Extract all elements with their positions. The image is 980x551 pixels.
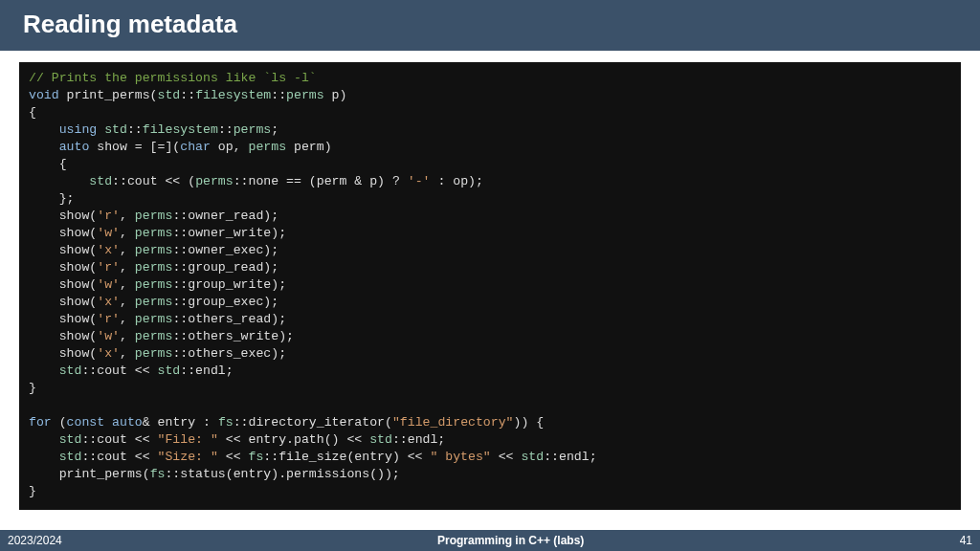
code-token: ::endl;	[180, 364, 233, 378]
code-token: ,	[120, 226, 135, 240]
code-token: ,	[120, 346, 135, 361]
code-token	[97, 122, 104, 137]
code-token: ,	[120, 260, 135, 275]
code-token: show(	[29, 277, 97, 292]
code-token: ::cout <<	[81, 432, 157, 447]
code-token: const	[67, 415, 105, 430]
code-token: ::owner_exec);	[172, 243, 278, 257]
code-token: perms	[249, 140, 287, 154]
code-token: perm)	[286, 140, 331, 154]
code-token: perms	[135, 295, 173, 309]
code-line: {	[29, 105, 36, 120]
code-line: }	[29, 484, 36, 498]
code-token: perms	[135, 329, 173, 343]
code-token: p)	[324, 88, 347, 102]
code-token: perms	[195, 174, 234, 188]
code-token	[29, 174, 89, 188]
code-token: ;	[271, 122, 278, 137]
code-token: ::endl;	[392, 432, 445, 447]
code-token: 'w'	[97, 329, 120, 343]
code-token: perms	[135, 209, 173, 223]
code-token: auto	[112, 415, 143, 430]
code-token: perms	[135, 243, 173, 257]
code-token: ::	[218, 122, 234, 137]
footer-year: 2023/2024	[8, 534, 62, 547]
code-token: std	[521, 450, 544, 464]
code-token: filesystem	[195, 88, 271, 102]
code-token: perms	[135, 226, 173, 240]
code-token: 'w'	[97, 277, 120, 292]
code-token: ::endl;	[544, 450, 596, 464]
code-token: std	[158, 88, 181, 102]
slide-title: Reading metadata	[23, 10, 957, 39]
code-token: show(	[29, 209, 97, 223]
code-token: )) {	[514, 415, 545, 430]
code-token: 'r'	[97, 260, 120, 275]
content-area: // Prints the permissions like `ls -l` v…	[0, 51, 980, 530]
code-token: std	[104, 122, 127, 137]
code-token: ::others_exec);	[172, 346, 286, 361]
code-token: std	[89, 174, 112, 188]
code-token: print_perms(	[59, 88, 158, 102]
code-token: ::group_write);	[172, 277, 286, 292]
code-token: ::	[127, 122, 143, 137]
code-token: show = [=](	[89, 140, 180, 154]
code-block: // Prints the permissions like `ls -l` v…	[19, 62, 961, 510]
code-token: ,	[120, 243, 135, 257]
code-token: "file_directory"	[392, 415, 514, 430]
code-token: ,	[120, 209, 135, 223]
code-token: 'r'	[97, 209, 120, 223]
code-token	[29, 122, 59, 137]
code-token: ::file_size(entry) <<	[263, 450, 430, 464]
code-token: auto	[59, 140, 90, 154]
code-token: char	[180, 140, 211, 154]
code-token	[29, 450, 59, 464]
code-token: ::cout <<	[81, 450, 157, 464]
code-token: ::group_read);	[172, 260, 278, 275]
code-line: {	[29, 157, 67, 171]
code-token: perms	[135, 346, 173, 361]
code-token: ::owner_write);	[172, 226, 286, 240]
code-token: perms	[135, 312, 173, 326]
code-token: std	[59, 450, 82, 464]
code-token: "Size: "	[158, 450, 218, 464]
code-token: <<	[491, 450, 522, 464]
code-token: ::others_read);	[172, 312, 286, 326]
code-token: (	[52, 415, 67, 430]
code-token: 'r'	[97, 312, 120, 326]
code-token: show(	[29, 329, 97, 343]
code-token: perms	[286, 88, 324, 102]
code-token: 'x'	[97, 346, 120, 361]
footer-course: Programming in C++ (labs)	[62, 534, 960, 547]
code-token: ::cout <<	[81, 364, 157, 378]
code-token: void	[29, 88, 59, 102]
code-token: "File: "	[158, 432, 218, 447]
code-token: std	[158, 364, 181, 378]
code-token: using	[59, 122, 98, 137]
code-token: " bytes"	[430, 450, 490, 464]
code-token: <<	[218, 450, 249, 464]
code-token: show(	[29, 260, 97, 275]
code-token: print_perms(	[29, 467, 150, 481]
code-token: ::	[271, 88, 286, 102]
code-token: ::cout << (	[112, 174, 195, 188]
code-token: show(	[29, 312, 97, 326]
title-bar: Reading metadata	[0, 0, 980, 51]
code-token: ,	[120, 312, 135, 326]
code-token: show(	[29, 295, 97, 309]
code-token: std	[59, 432, 82, 447]
code-token	[29, 432, 59, 447]
code-token: std	[369, 432, 392, 447]
code-token: ,	[120, 329, 135, 343]
code-token: ::	[180, 88, 195, 102]
code-token: filesystem	[143, 122, 218, 137]
code-token: ,	[120, 277, 135, 292]
code-token: perms	[135, 260, 173, 275]
code-token: show(	[29, 243, 97, 257]
code-token: & entry :	[143, 415, 218, 430]
slide: Reading metadata // Prints the permissio…	[0, 0, 980, 551]
code-line: };	[29, 191, 74, 206]
code-line: // Prints the permissions like `ls -l`	[29, 71, 317, 85]
code-token: show(	[29, 226, 97, 240]
code-token: perms	[234, 122, 272, 137]
